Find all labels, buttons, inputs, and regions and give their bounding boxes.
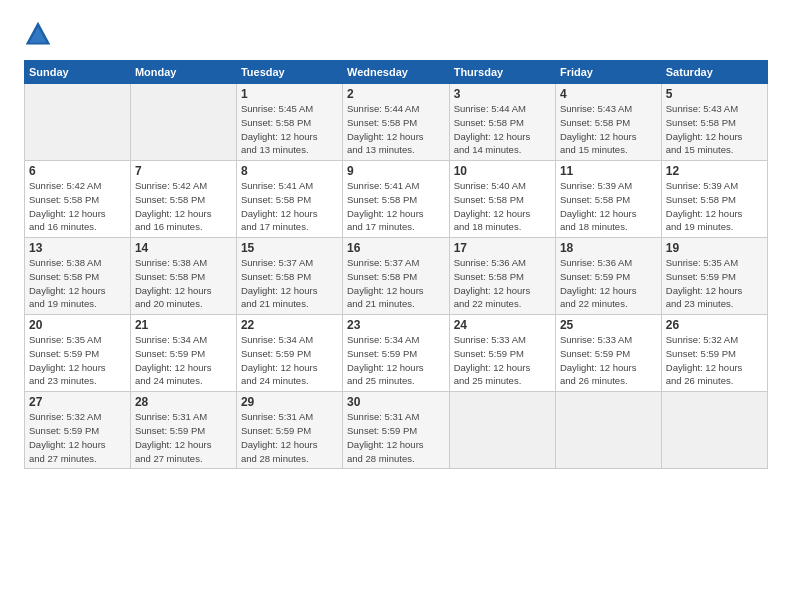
calendar-cell: 8Sunrise: 5:41 AM Sunset: 5:58 PM Daylig…	[236, 161, 342, 238]
day-number: 3	[454, 87, 551, 101]
calendar-cell: 1Sunrise: 5:45 AM Sunset: 5:58 PM Daylig…	[236, 84, 342, 161]
calendar-week-row: 20Sunrise: 5:35 AM Sunset: 5:59 PM Dayli…	[25, 315, 768, 392]
day-info: Sunrise: 5:35 AM Sunset: 5:59 PM Dayligh…	[29, 333, 126, 388]
calendar-cell	[130, 84, 236, 161]
day-info: Sunrise: 5:37 AM Sunset: 5:58 PM Dayligh…	[347, 256, 445, 311]
weekday-header-sunday: Sunday	[25, 61, 131, 84]
calendar-cell: 24Sunrise: 5:33 AM Sunset: 5:59 PM Dayli…	[449, 315, 555, 392]
day-info: Sunrise: 5:39 AM Sunset: 5:58 PM Dayligh…	[560, 179, 657, 234]
calendar-cell: 6Sunrise: 5:42 AM Sunset: 5:58 PM Daylig…	[25, 161, 131, 238]
day-number: 7	[135, 164, 232, 178]
day-info: Sunrise: 5:33 AM Sunset: 5:59 PM Dayligh…	[560, 333, 657, 388]
day-number: 6	[29, 164, 126, 178]
calendar-cell: 9Sunrise: 5:41 AM Sunset: 5:58 PM Daylig…	[343, 161, 450, 238]
calendar-table: SundayMondayTuesdayWednesdayThursdayFrid…	[24, 60, 768, 469]
day-number: 15	[241, 241, 338, 255]
day-info: Sunrise: 5:41 AM Sunset: 5:58 PM Dayligh…	[347, 179, 445, 234]
weekday-header-wednesday: Wednesday	[343, 61, 450, 84]
day-number: 20	[29, 318, 126, 332]
day-info: Sunrise: 5:41 AM Sunset: 5:58 PM Dayligh…	[241, 179, 338, 234]
calendar-cell: 4Sunrise: 5:43 AM Sunset: 5:58 PM Daylig…	[555, 84, 661, 161]
day-info: Sunrise: 5:35 AM Sunset: 5:59 PM Dayligh…	[666, 256, 763, 311]
day-info: Sunrise: 5:39 AM Sunset: 5:58 PM Dayligh…	[666, 179, 763, 234]
calendar-cell: 22Sunrise: 5:34 AM Sunset: 5:59 PM Dayli…	[236, 315, 342, 392]
day-info: Sunrise: 5:36 AM Sunset: 5:59 PM Dayligh…	[560, 256, 657, 311]
day-number: 1	[241, 87, 338, 101]
day-info: Sunrise: 5:44 AM Sunset: 5:58 PM Dayligh…	[347, 102, 445, 157]
day-info: Sunrise: 5:34 AM Sunset: 5:59 PM Dayligh…	[241, 333, 338, 388]
day-info: Sunrise: 5:37 AM Sunset: 5:58 PM Dayligh…	[241, 256, 338, 311]
calendar-cell: 27Sunrise: 5:32 AM Sunset: 5:59 PM Dayli…	[25, 392, 131, 469]
calendar-cell: 12Sunrise: 5:39 AM Sunset: 5:58 PM Dayli…	[661, 161, 767, 238]
day-info: Sunrise: 5:40 AM Sunset: 5:58 PM Dayligh…	[454, 179, 551, 234]
day-info: Sunrise: 5:44 AM Sunset: 5:58 PM Dayligh…	[454, 102, 551, 157]
day-number: 9	[347, 164, 445, 178]
calendar-cell: 28Sunrise: 5:31 AM Sunset: 5:59 PM Dayli…	[130, 392, 236, 469]
day-number: 11	[560, 164, 657, 178]
day-number: 24	[454, 318, 551, 332]
logo-icon	[24, 20, 52, 48]
calendar-cell: 15Sunrise: 5:37 AM Sunset: 5:58 PM Dayli…	[236, 238, 342, 315]
calendar-cell: 25Sunrise: 5:33 AM Sunset: 5:59 PM Dayli…	[555, 315, 661, 392]
day-number: 30	[347, 395, 445, 409]
calendar-week-row: 6Sunrise: 5:42 AM Sunset: 5:58 PM Daylig…	[25, 161, 768, 238]
weekday-header-saturday: Saturday	[661, 61, 767, 84]
day-info: Sunrise: 5:36 AM Sunset: 5:58 PM Dayligh…	[454, 256, 551, 311]
day-number: 14	[135, 241, 232, 255]
calendar-week-row: 1Sunrise: 5:45 AM Sunset: 5:58 PM Daylig…	[25, 84, 768, 161]
calendar-cell: 10Sunrise: 5:40 AM Sunset: 5:58 PM Dayli…	[449, 161, 555, 238]
weekday-header-friday: Friday	[555, 61, 661, 84]
calendar-cell	[661, 392, 767, 469]
day-info: Sunrise: 5:42 AM Sunset: 5:58 PM Dayligh…	[135, 179, 232, 234]
calendar-cell: 19Sunrise: 5:35 AM Sunset: 5:59 PM Dayli…	[661, 238, 767, 315]
calendar-week-row: 13Sunrise: 5:38 AM Sunset: 5:58 PM Dayli…	[25, 238, 768, 315]
calendar-cell: 29Sunrise: 5:31 AM Sunset: 5:59 PM Dayli…	[236, 392, 342, 469]
day-number: 17	[454, 241, 551, 255]
day-info: Sunrise: 5:38 AM Sunset: 5:58 PM Dayligh…	[135, 256, 232, 311]
day-number: 21	[135, 318, 232, 332]
day-info: Sunrise: 5:43 AM Sunset: 5:58 PM Dayligh…	[560, 102, 657, 157]
day-number: 29	[241, 395, 338, 409]
calendar-cell	[25, 84, 131, 161]
day-number: 4	[560, 87, 657, 101]
day-number: 13	[29, 241, 126, 255]
day-info: Sunrise: 5:42 AM Sunset: 5:58 PM Dayligh…	[29, 179, 126, 234]
day-info: Sunrise: 5:32 AM Sunset: 5:59 PM Dayligh…	[29, 410, 126, 465]
day-number: 12	[666, 164, 763, 178]
calendar-cell: 26Sunrise: 5:32 AM Sunset: 5:59 PM Dayli…	[661, 315, 767, 392]
day-info: Sunrise: 5:32 AM Sunset: 5:59 PM Dayligh…	[666, 333, 763, 388]
day-number: 16	[347, 241, 445, 255]
day-number: 2	[347, 87, 445, 101]
calendar-cell	[555, 392, 661, 469]
calendar-cell	[449, 392, 555, 469]
calendar-cell: 2Sunrise: 5:44 AM Sunset: 5:58 PM Daylig…	[343, 84, 450, 161]
calendar-cell: 11Sunrise: 5:39 AM Sunset: 5:58 PM Dayli…	[555, 161, 661, 238]
calendar-cell: 16Sunrise: 5:37 AM Sunset: 5:58 PM Dayli…	[343, 238, 450, 315]
day-number: 25	[560, 318, 657, 332]
calendar-week-row: 27Sunrise: 5:32 AM Sunset: 5:59 PM Dayli…	[25, 392, 768, 469]
day-number: 28	[135, 395, 232, 409]
calendar-cell: 20Sunrise: 5:35 AM Sunset: 5:59 PM Dayli…	[25, 315, 131, 392]
weekday-header-tuesday: Tuesday	[236, 61, 342, 84]
day-info: Sunrise: 5:34 AM Sunset: 5:59 PM Dayligh…	[347, 333, 445, 388]
calendar-cell: 21Sunrise: 5:34 AM Sunset: 5:59 PM Dayli…	[130, 315, 236, 392]
weekday-header-monday: Monday	[130, 61, 236, 84]
calendar-cell: 3Sunrise: 5:44 AM Sunset: 5:58 PM Daylig…	[449, 84, 555, 161]
calendar-cell: 5Sunrise: 5:43 AM Sunset: 5:58 PM Daylig…	[661, 84, 767, 161]
day-number: 22	[241, 318, 338, 332]
day-number: 19	[666, 241, 763, 255]
day-number: 26	[666, 318, 763, 332]
day-info: Sunrise: 5:31 AM Sunset: 5:59 PM Dayligh…	[241, 410, 338, 465]
day-info: Sunrise: 5:33 AM Sunset: 5:59 PM Dayligh…	[454, 333, 551, 388]
calendar-cell: 30Sunrise: 5:31 AM Sunset: 5:59 PM Dayli…	[343, 392, 450, 469]
day-number: 10	[454, 164, 551, 178]
day-number: 18	[560, 241, 657, 255]
day-number: 27	[29, 395, 126, 409]
day-info: Sunrise: 5:34 AM Sunset: 5:59 PM Dayligh…	[135, 333, 232, 388]
calendar-cell: 13Sunrise: 5:38 AM Sunset: 5:58 PM Dayli…	[25, 238, 131, 315]
calendar-cell: 7Sunrise: 5:42 AM Sunset: 5:58 PM Daylig…	[130, 161, 236, 238]
day-number: 5	[666, 87, 763, 101]
calendar-cell: 23Sunrise: 5:34 AM Sunset: 5:59 PM Dayli…	[343, 315, 450, 392]
page-header	[24, 20, 768, 48]
calendar-cell: 17Sunrise: 5:36 AM Sunset: 5:58 PM Dayli…	[449, 238, 555, 315]
